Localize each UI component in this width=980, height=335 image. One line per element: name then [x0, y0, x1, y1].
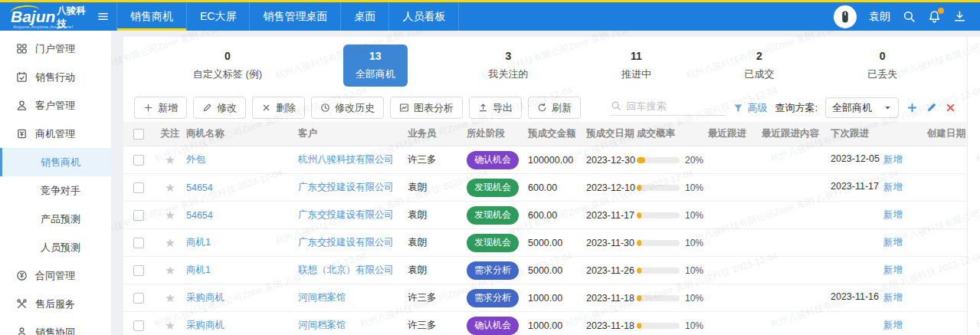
add-followup-link[interactable]: 新增 — [883, 181, 903, 194]
add-followup-link[interactable]: 新增 — [883, 319, 903, 332]
opportunity-link[interactable]: 采购商机 — [186, 292, 225, 303]
column-header-amount[interactable]: 预成交金额 — [528, 127, 586, 140]
row-checkbox[interactable] — [133, 265, 144, 276]
avatar[interactable] — [834, 5, 857, 28]
star-icon[interactable]: ★ — [165, 264, 175, 277]
table-row[interactable]: ★ 外包 杭州八骏科技有限公司 许三多 确认机会 100000.00 2023-… — [123, 146, 967, 174]
row-checkbox[interactable] — [133, 182, 144, 193]
sidebar-item[interactable]: 售后服务 — [0, 290, 111, 318]
topbar-tab[interactable]: 销售商机 — [116, 2, 187, 31]
topbar-tab[interactable]: EC大屏 — [187, 2, 250, 31]
column-header-next[interactable]: 下次跟进 — [831, 127, 913, 140]
toolbar-button-refresh[interactable]: 刷新 — [528, 97, 581, 119]
sidebar-item[interactable]: 销售行动 — [0, 63, 111, 91]
opportunity-link[interactable]: 54654 — [186, 210, 213, 221]
row-checkbox[interactable] — [133, 238, 144, 248]
add-followup-link[interactable]: 新增 — [883, 153, 903, 166]
topbar-tab[interactable]: 人员看板 — [389, 2, 459, 31]
topbar-tab[interactable]: 销售管理桌面 — [250, 2, 341, 31]
table-row[interactable]: ★ 54654 广东交投建设有限公司 袁朗 发现机会 600.00 2023-1… — [123, 202, 967, 229]
sidebar-subitem[interactable]: 竞争对手 — [0, 176, 111, 205]
row-checkbox[interactable] — [133, 210, 144, 221]
stat-filter[interactable]: 3我关注的 — [476, 44, 540, 87]
search-input[interactable] — [626, 100, 712, 112]
sidebar-item[interactable]: 商机管理 — [0, 120, 111, 148]
toolbar-button-pencil[interactable]: 修改 — [193, 97, 246, 119]
add-followup-link[interactable]: 新增 — [883, 236, 903, 249]
customer-link[interactable]: 杭州八骏科技有限公司 — [298, 154, 394, 165]
toolbar-button-clock[interactable]: 修改历史 — [311, 97, 384, 119]
customer-link[interactable]: 河间档案馆 — [298, 320, 346, 330]
add-followup-link[interactable]: 新增 — [883, 291, 903, 304]
opportunity-link[interactable]: 商机1 — [186, 264, 211, 275]
app-logo[interactable]: Bajun 八骏科技 Anyone,Anytime,Anywhere! — [0, 2, 89, 31]
stat-filter[interactable]: 11推进中 — [609, 44, 664, 87]
column-header-created[interactable]: 创建日期 — [913, 127, 967, 140]
opportunity-link[interactable]: 采购商机 — [186, 320, 225, 330]
edit-plan-icon[interactable] — [926, 102, 937, 113]
row-checkbox[interactable] — [133, 155, 144, 166]
star-icon[interactable]: ★ — [165, 209, 175, 222]
opportunity-link[interactable]: 54654 — [186, 182, 213, 193]
toolbar-button-plus[interactable]: 新增 — [134, 97, 187, 119]
sidebar-item[interactable]: 门户管理 — [0, 34, 111, 63]
stat-filter[interactable]: 0自定义标签 (例) — [181, 44, 274, 87]
column-header-stage[interactable]: 所处阶段 — [467, 127, 528, 140]
opportunity-link[interactable]: 外包 — [186, 154, 205, 165]
toolbar-button-label: 图表分析 — [414, 101, 454, 115]
table-row[interactable]: ★ 采购商机 河间档案馆 许三多 需求分析 1000.00 2023-11-18… — [123, 284, 967, 312]
topbar-tab[interactable]: 桌面 — [341, 2, 389, 31]
sidebar-subitem[interactable]: 产品预测 — [0, 205, 111, 233]
star-icon[interactable]: ★ — [165, 153, 175, 166]
sidebar-subitem[interactable]: 人员预测 — [0, 233, 111, 261]
column-header-recent[interactable]: 最近跟进 — [708, 127, 762, 140]
column-header-expected-date[interactable]: 预成交日期 — [586, 127, 637, 140]
sidebar-item[interactable]: 客户管理 — [0, 91, 111, 120]
toolbar-button-export[interactable]: 导出 — [469, 97, 522, 119]
customer-link[interactable]: 广东交投建设有限公司 — [298, 209, 394, 220]
star-icon[interactable]: ★ — [165, 291, 175, 304]
toolbar-button-x[interactable]: 删除 — [252, 97, 305, 119]
sidebar-item[interactable]: 合同管理 — [0, 261, 111, 290]
advanced-filter[interactable]: 高级 — [733, 101, 767, 115]
row-checkbox[interactable] — [133, 293, 144, 304]
table-row[interactable]: ★ 54654 广东交投建设有限公司 袁朗 发现机会 600.00 2023-1… — [123, 174, 967, 202]
star-icon[interactable]: ★ — [165, 319, 175, 332]
sidebar-subitem[interactable]: 销售商机 — [0, 148, 111, 176]
toolbar-button-chart[interactable]: 图表分析 — [390, 97, 463, 119]
customer-link[interactable]: 河间档案馆 — [298, 292, 346, 303]
bell-icon[interactable] — [928, 10, 941, 23]
customer-link[interactable]: 广东交投建设有限公司 — [298, 237, 394, 248]
delete-plan-icon[interactable] — [945, 102, 956, 113]
table-row[interactable]: ★ 商机1 广东交投建设有限公司 袁朗 发现机会 5000.00 2023-11… — [123, 229, 967, 257]
sidebar-item[interactable]: 销售协同 — [0, 318, 111, 335]
menu-icon[interactable] — [89, 2, 116, 31]
column-header-recent-content[interactable]: 最近跟进内容 — [762, 127, 831, 140]
column-header-owner[interactable]: 业务员 — [408, 127, 467, 140]
add-followup-link[interactable]: 新增 — [883, 264, 903, 277]
add-followup-link[interactable]: 新增 — [883, 209, 903, 222]
star-icon[interactable]: ★ — [165, 236, 175, 249]
scrollbar-track[interactable] — [967, 37, 980, 335]
download-icon[interactable] — [953, 10, 966, 23]
user-name[interactable]: 袁朗 — [869, 10, 890, 24]
column-header-follow[interactable]: 关注 — [154, 127, 186, 140]
add-plan-icon[interactable] — [906, 102, 918, 113]
search-icon[interactable] — [903, 10, 916, 23]
star-icon[interactable]: ★ — [165, 181, 175, 194]
column-header-name[interactable]: 商机名称 — [186, 127, 298, 140]
query-plan-select[interactable]: 全部商机 — [825, 97, 899, 118]
stat-filter[interactable]: 0已丢失 — [855, 44, 910, 87]
select-all-checkbox[interactable] — [133, 129, 144, 140]
stat-filter[interactable]: 13全部商机 — [343, 44, 408, 87]
row-checkbox[interactable] — [133, 320, 144, 331]
customer-link[interactable]: 联想（北京）有限公司 — [298, 264, 394, 275]
table-row[interactable]: ★ 商机1 联想（北京）有限公司 袁朗 需求分析 5000.00 2023-11… — [123, 257, 967, 284]
table-row[interactable]: ★ 采购商机 河间档案馆 许三多 确认机会 1000.00 2023-11-18… — [123, 312, 967, 335]
stat-filter[interactable]: 2已成交 — [733, 44, 787, 87]
expected-date-cell: 2023-11-17 — [586, 210, 637, 221]
column-header-customer[interactable]: 客户 — [298, 127, 408, 140]
customer-link[interactable]: 广东交投建设有限公司 — [298, 182, 394, 192]
column-header-probability[interactable]: 成交概率 — [637, 127, 708, 140]
opportunity-link[interactable]: 商机1 — [186, 237, 211, 248]
